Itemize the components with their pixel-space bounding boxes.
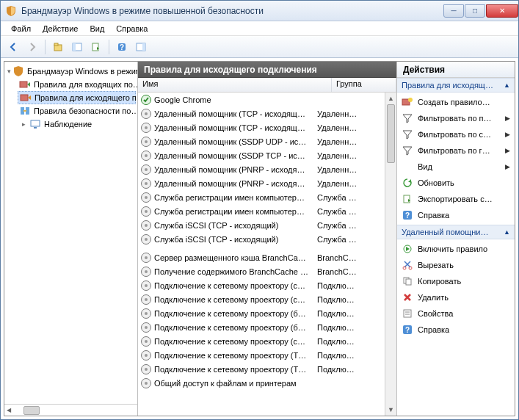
show-hide-tree-button[interactable] <box>69 39 85 55</box>
maximize-button[interactable]: □ <box>465 4 485 18</box>
rule-row[interactable]: Удаленный помощник (PNRP - исходя…Удален… <box>138 162 385 176</box>
rule-row[interactable]: Служба регистрации имен компьютер…Служба… <box>138 204 385 218</box>
firewall-icon <box>12 65 24 77</box>
action-copy[interactable]: Копировать <box>397 273 515 289</box>
rule-row[interactable]: Google Chrome <box>138 93 385 106</box>
rule-group: Служба … <box>317 221 382 230</box>
scroll-thumb[interactable] <box>387 104 395 163</box>
tree-item-connsec[interactable]: Правила безопасности по… <box>18 104 136 117</box>
rule-row[interactable]: Удаленный помощник (TCP - исходящ…Удален… <box>138 120 385 134</box>
rule-row[interactable]: Служба регистрации имен компьютер…Служба… <box>138 190 385 204</box>
up-button[interactable] <box>50 39 66 55</box>
vscrollbar[interactable]: ▲ ▼ <box>385 93 396 416</box>
svg-point-18 <box>145 140 148 143</box>
action-cut[interactable]: Вырезать <box>397 257 515 273</box>
action-delete[interactable]: Удалить <box>397 289 515 305</box>
rule-row[interactable]: Удаленный помощник (PNRP - исходя…Удален… <box>138 176 385 190</box>
tree-item-monitoring[interactable]: ▸ Наблюдение <box>18 117 136 131</box>
help-button[interactable]: ? <box>114 39 130 55</box>
rule-row[interactable]: Сервер размещенного кэша BranchCa…Branch… <box>138 250 385 264</box>
rule-row[interactable]: Удаленный помощник (TCP - исходящ…Удален… <box>138 106 385 120</box>
tree-item-outbound[interactable]: Правила для исходящего п <box>18 91 136 104</box>
scroll-up-icon[interactable]: ▲ <box>385 93 396 104</box>
action-export[interactable]: Экспортировать с… <box>397 191 515 207</box>
action-filter-profile[interactable]: Фильтровать по п…▶ <box>397 110 515 126</box>
rule-row[interactable]: Служба iSCSI (TCP - исходящий)Служба … <box>138 232 385 246</box>
tree-hscrollbar[interactable]: ◀ <box>4 404 137 416</box>
tree-root[interactable]: ▾ Брандмауэр Windows в режим <box>6 65 136 78</box>
rule-name: Удаленный помощник (PNRP - исходя… <box>154 165 317 174</box>
rule-group: BranchC… <box>317 253 382 262</box>
back-button[interactable] <box>5 39 21 55</box>
rule-row[interactable]: Удаленный помощник (SSDP UDP - ис…Удален… <box>138 134 385 148</box>
filter-icon <box>402 128 413 140</box>
actions-section-outbound[interactable]: Правила для исходящ… ▲ <box>397 78 515 93</box>
col-group[interactable]: Группа <box>332 78 396 92</box>
rule-row[interactable]: Служба iSCSI (TCP - исходящий)Служба … <box>138 218 385 232</box>
action-enable[interactable]: Включить правило <box>397 241 515 257</box>
disabled-icon <box>141 234 151 245</box>
action-help-2[interactable]: ?Справка <box>397 322 515 338</box>
action-properties[interactable]: Свойства <box>397 305 515 322</box>
expand-icon[interactable]: ▸ <box>19 120 28 128</box>
action-filter-group[interactable]: Фильтровать по г…▶ <box>397 142 515 159</box>
rule-row[interactable]: Общий доступ к файлам и принтерам <box>138 376 385 390</box>
disabled-icon <box>141 267 151 277</box>
cut-icon <box>402 259 413 271</box>
toolbar-sep <box>45 40 46 54</box>
tree-item-label: Правила для исходящего п <box>35 93 137 102</box>
action-new-rule[interactable]: Создать правило… <box>397 94 515 110</box>
close-button[interactable]: ✕ <box>486 4 518 18</box>
rule-row[interactable]: Подключение к сетевому проектору (б…Подк… <box>138 306 385 320</box>
disabled-icon <box>141 178 151 189</box>
rule-group: Удаленн… <box>317 151 382 160</box>
disabled-icon <box>141 137 151 147</box>
rule-name: Подключение к сетевому проектору (с… <box>154 295 317 304</box>
action-help[interactable]: ?Справка <box>397 207 515 223</box>
svg-rect-10 <box>21 95 28 101</box>
rule-row[interactable]: Подключение к сетевому проектору (с…Подк… <box>138 278 385 292</box>
show-hide-actions-button[interactable] <box>133 39 149 55</box>
menu-file[interactable]: Файл <box>5 23 37 35</box>
rule-row[interactable]: Подключение к сетевому проектору (T…Подк… <box>138 362 385 376</box>
menu-action[interactable]: Действие <box>37 23 84 35</box>
scroll-down-icon[interactable]: ▼ <box>385 404 396 416</box>
svg-point-26 <box>145 256 148 259</box>
copy-icon <box>402 275 413 287</box>
svg-rect-4 <box>92 43 98 51</box>
rule-row[interactable]: Подключение к сетевому проектору (с…Подк… <box>138 292 385 306</box>
forward-button[interactable] <box>24 39 40 55</box>
actions-pane: Действия Правила для исходящ… ▲ Создать … <box>397 62 515 416</box>
action-filter-state[interactable]: Фильтровать по с…▶ <box>397 126 515 142</box>
svg-point-34 <box>145 368 148 371</box>
action-view[interactable]: Вид▶ <box>397 159 515 175</box>
menu-help[interactable]: Справка <box>110 23 153 35</box>
expand-icon[interactable]: ▾ <box>7 67 11 76</box>
tree-item-inbound[interactable]: Правила для входящих по… <box>18 78 136 91</box>
rule-list[interactable]: Google ChromeУдаленный помощник (TCP - и… <box>138 93 385 416</box>
center-pane: Правила для исходящего подключения Имя Г… <box>138 62 397 416</box>
actions-section-selected[interactable]: Удаленный помощни… ▲ <box>397 225 515 239</box>
minimize-button[interactable]: ─ <box>443 4 464 18</box>
toolbar-sep <box>109 40 109 54</box>
svg-point-19 <box>145 154 148 157</box>
disabled-icon <box>141 322 151 333</box>
svg-point-28 <box>145 284 148 287</box>
rule-row[interactable]: Подключение к сетевому проектору (с…Подк… <box>138 334 385 348</box>
rule-name: Google Chrome <box>154 95 317 104</box>
menubar: Файл Действие Вид Справка <box>1 21 518 36</box>
rule-row[interactable]: Подключение к сетевому проектору (T…Подк… <box>138 348 385 362</box>
action-refresh[interactable]: Обновить <box>397 175 515 191</box>
svg-point-29 <box>145 298 148 301</box>
rule-name: Подключение к сетевому проектору (с… <box>154 337 317 346</box>
disabled-icon <box>141 350 151 361</box>
delete-icon <box>402 292 413 303</box>
rule-row[interactable]: Удаленный помощник (SSDP TCP - ис…Удален… <box>138 148 385 162</box>
menu-view[interactable]: Вид <box>84 23 110 35</box>
rule-row[interactable]: Получение содержимого BranchCache …Branc… <box>138 264 385 278</box>
rule-name: Подключение к сетевому проектору (б… <box>154 323 317 332</box>
rule-row[interactable]: Подключение к сетевому проектору (б…Подк… <box>138 320 385 334</box>
rule-group: Удаленн… <box>317 165 382 174</box>
col-name[interactable]: Имя <box>138 78 332 92</box>
export-list-button[interactable] <box>88 39 104 55</box>
